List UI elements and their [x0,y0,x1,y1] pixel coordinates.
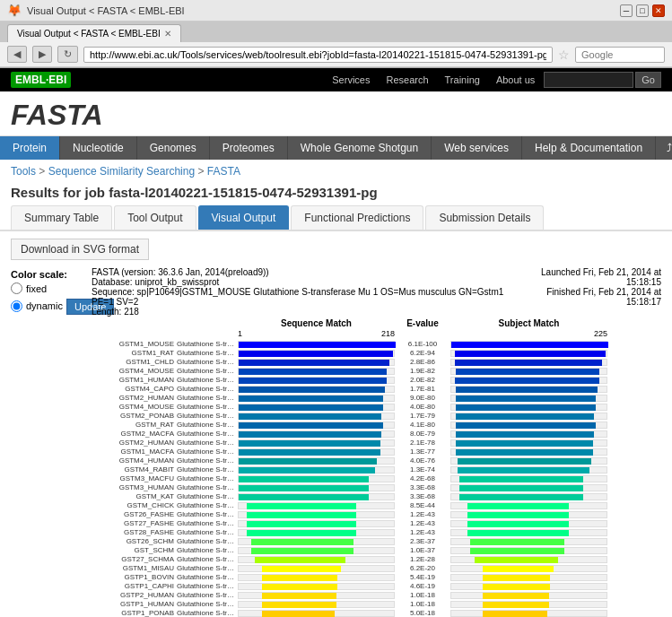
ebi-nav-training[interactable]: Training [438,72,487,88]
seq-bar [239,404,383,411]
nav-nucleotide[interactable]: Nucleotide [60,136,137,160]
nav-proteomes[interactable]: Proteomes [210,136,288,160]
seq-bar-area [238,574,395,581]
seq-bar [247,512,357,518]
breadcrumb-sequence-searching[interactable]: Sequence Similarity Searching [48,165,195,178]
fasta-launched: Launched Fri, Feb 21, 2014 at 15:18:15 [516,267,661,287]
hit-desc: Glutathione S-transferas... [177,492,238,500]
tab-summary-table[interactable]: Summary Table [11,205,112,230]
hit-row: GSTM1_MISAUGlutathione S-transferas...6.… [92,564,661,572]
hit-desc: Glutathione S-transferas... [177,519,238,527]
seq-bar-area [238,475,395,482]
hit-eval: 2.0E-82 [395,376,450,384]
seq-bar-area [238,341,395,348]
nav-protein[interactable]: Protein [0,136,60,160]
tab-submission-details[interactable]: Submission Details [425,205,544,230]
bookmark-icon[interactable]: ☆ [558,48,570,62]
hit-name: GST26_FASHE [92,510,177,518]
chart-header: Sequence Match E-value Subject Match [92,318,661,328]
hit-name: GSTM2_PONAB [92,412,177,420]
subj-bar-area [450,574,607,581]
seq-bar-area [238,592,395,599]
url-input[interactable] [83,47,553,63]
hit-desc: Glutathione S-transferas... [177,474,238,482]
hit-row: GST27_FASHEGlutathione S-transferas...1.… [92,519,661,527]
ebi-search-button[interactable]: Go [635,72,661,88]
tab-close-icon[interactable]: ✕ [164,29,171,39]
seq-bar-area [238,484,395,491]
reload-button[interactable]: ↻ [57,46,78,63]
download-svg-button[interactable]: Download in SVG format [11,239,149,260]
nav-web-services[interactable]: Web services [432,136,522,160]
nav-whole-genome[interactable]: Whole Genome Shotgun [288,136,432,160]
dynamic-radio[interactable] [11,300,22,312]
window-controls[interactable]: ─ □ ✕ [620,4,665,17]
share-button[interactable]: ⤴ Share [656,136,672,160]
hit-name: GST_SCHM [92,546,177,554]
hit-row: GSTM1_HUMANGlutathione S-transferas...2.… [92,376,661,384]
seq-bar [239,485,369,491]
ebi-search-input[interactable] [544,72,633,88]
share-icon: ⤴ [667,142,672,154]
evalue-header: E-value [395,318,450,328]
nav-genomes[interactable]: Genomes [137,136,210,160]
seq-bar [239,449,380,456]
fixed-radio[interactable] [11,282,22,294]
hit-row: GSTP2_HUMANGlutathione S-transferas...1.… [92,591,661,599]
close-button[interactable]: ✕ [652,4,665,17]
subj-bar-area [450,404,607,411]
hit-eval: 1.7E-79 [395,412,450,420]
seq-bar-area [238,520,395,527]
subj-bar [459,494,583,500]
tab-tool-output[interactable]: Tool Output [114,205,196,230]
forward-button[interactable]: ▶ [32,46,52,63]
fasta-version: FASTA (version: 36.3.6 Jan, 2014(preload… [92,267,516,277]
minimize-button[interactable]: ─ [620,4,633,17]
subj-bar-area [450,538,607,545]
subj-bar [470,539,564,545]
fixed-label: fixed [26,283,47,294]
hit-eval: 2.8E-86 [395,358,450,366]
seq-bar [239,476,369,482]
subj-bar-area [450,341,607,348]
seq-scale-start: 1 [238,329,242,338]
seq-bar [239,458,377,465]
seq-bar-area [238,413,395,420]
search-input[interactable] [575,47,665,63]
tab-visual-output[interactable]: Visual Output [198,205,290,230]
subj-bar-area [450,359,607,366]
hit-name: GSTM2_MACFA [92,430,177,438]
maximize-button[interactable]: □ [636,4,649,17]
seq-bar-area [238,538,395,545]
hit-name: GSTM1_CHLD [92,358,177,366]
hit-row: GST_SCHMGlutathione S-transferas...1.0E-… [92,546,661,554]
hit-eval: 5.0E-18 [395,609,450,617]
hit-row: GSTM2_HUMANGlutathione S-transferas...2.… [92,439,661,447]
ebi-nav-services[interactable]: Services [325,72,377,88]
tab-functional-predictions[interactable]: Functional Predictions [291,205,423,230]
breadcrumb-tools[interactable]: Tools [11,165,36,178]
subj-bar [483,566,554,572]
back-button[interactable]: ◀ [7,46,27,63]
browser-chrome: 🦊 Visual Output < FASTA < EMBL-EBI ─ □ ✕… [0,0,672,68]
hit-row: GST26_SCHMGlutathione S-transferas...2.3… [92,537,661,545]
ebi-nav-research[interactable]: Research [379,72,435,88]
hit-eval: 1.7E-81 [395,385,450,393]
hit-desc: Glutathione S-transferas... [177,564,238,572]
breadcrumb-fasta[interactable]: FASTA [207,165,240,178]
hit-eval: 1.2E-43 [395,510,450,518]
fasta-title: FASTA [11,99,103,131]
hit-eval: 1.2E-43 [395,519,450,527]
subj-bar [455,360,603,366]
seq-bar [262,584,337,590]
tab-bar: Visual Output < FASTA < EMBL-EBI ✕ [0,22,672,42]
hit-row: GSTM_KATGlutathione S-transferas...3.3E-… [92,492,661,500]
fixed-radio-row: fixed [11,282,83,294]
hit-desc: Glutathione S-transferas... [177,358,238,366]
active-tab[interactable]: Visual Output < FASTA < EMBL-EBI ✕ [7,24,181,42]
hit-desc: Glutathione S-transferas... [177,573,238,581]
nav-help[interactable]: Help & Documentation [522,136,656,160]
subj-bar [456,387,598,393]
ebi-nav-about[interactable]: About us [489,72,542,88]
hit-desc: Glutathione S-transferas... [177,555,238,563]
